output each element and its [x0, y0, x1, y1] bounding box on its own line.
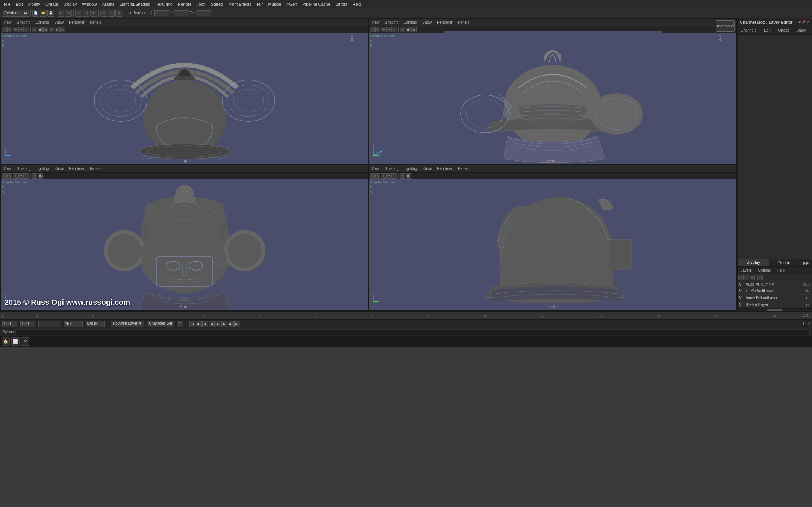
- vp-top-btn-texture[interactable]: ▦: [43, 27, 48, 32]
- menu-paint-effects[interactable]: Paint Effects: [226, 1, 254, 7]
- taskbar-home-btn[interactable]: 🏠: [2, 337, 10, 346]
- menu-xgen[interactable]: XGen: [284, 1, 299, 7]
- lasso-btn[interactable]: ⬡: [83, 10, 89, 17]
- layer-row-0[interactable]: V /russ_vr_dummy Defa: [738, 281, 812, 288]
- vp-top-btn-scale[interactable]: ⤡: [24, 27, 29, 32]
- channel-box-close[interactable]: ✕: [807, 20, 810, 24]
- layers-new-btn[interactable]: +: [738, 275, 744, 280]
- vp-side-btn-wire[interactable]: ⬡: [400, 173, 405, 179]
- layer-row-2[interactable]: V /body DefaultLayer DL: [738, 295, 812, 301]
- vp-persp-shading[interactable]: Shading: [384, 20, 400, 25]
- dr-expand-btn[interactable]: ▶▶: [803, 261, 809, 265]
- vp-top-btn-wireframe[interactable]: ⬡: [32, 27, 37, 32]
- vp-top-btn-smooth[interactable]: ⬤: [38, 27, 43, 32]
- rendering-mode-dropdown[interactable]: Rendering: [2, 10, 29, 17]
- layers-show-btn[interactable]: 👁: [757, 275, 763, 280]
- pb-play-back[interactable]: ◀: [209, 321, 215, 327]
- coord-y-input[interactable]: [174, 10, 189, 16]
- python-input[interactable]: [15, 329, 810, 335]
- pb-step-forward[interactable]: ▶: [221, 321, 227, 327]
- pb-to-start[interactable]: ⏮: [189, 321, 195, 327]
- layers-edit-btn[interactable]: ✏: [750, 275, 755, 280]
- menu-edit[interactable]: Edit: [14, 1, 25, 7]
- timeline-range-bar[interactable]: [38, 321, 61, 327]
- layer-row-3[interactable]: V /DefaultLayer DL: [738, 301, 812, 308]
- vp-top-lighting[interactable]: Lighting: [35, 20, 50, 25]
- redo-btn[interactable]: ↪: [65, 10, 72, 17]
- vp-front-btn-3[interactable]: ✛: [13, 173, 18, 179]
- vp-front-lighting[interactable]: Lighting: [35, 166, 50, 171]
- vp-top-btn-move[interactable]: ✛: [13, 27, 18, 32]
- vp-side-btn-smooth[interactable]: ⬤: [406, 173, 411, 179]
- vp-front-renderer[interactable]: Renderer: [68, 166, 86, 171]
- layers-tab-options[interactable]: Options: [756, 268, 772, 273]
- move-btn[interactable]: ✛: [100, 10, 107, 17]
- tab-display[interactable]: Display: [738, 259, 769, 266]
- vp-front-btn-wire[interactable]: ⬡: [32, 173, 37, 179]
- layers-tab-help[interactable]: Help: [775, 268, 786, 273]
- vp-top-btn-select[interactable]: ↖: [7, 27, 12, 32]
- vp-persp-panels[interactable]: Panels: [457, 20, 471, 25]
- vp-front-shading[interactable]: Shading: [16, 166, 32, 171]
- pb-play-forward[interactable]: ▶: [215, 321, 221, 327]
- rotate-btn[interactable]: ↻: [108, 10, 115, 17]
- coord-x-input[interactable]: [154, 10, 169, 16]
- vp-front-btn-4[interactable]: ↻: [18, 173, 24, 179]
- frame-end-input[interactable]: [20, 321, 35, 327]
- vp-persp-btn-wire[interactable]: ⬡: [400, 27, 405, 32]
- timeline-track[interactable]: 2 2 3 4 5 6 7 8 9 10 11 12 13 14 15 1.00: [0, 312, 812, 319]
- vp-front-show[interactable]: Show: [53, 166, 65, 171]
- vp-top-btn-shadow[interactable]: ◐: [55, 27, 60, 32]
- menu-fur[interactable]: Fur: [255, 1, 265, 7]
- vp-front-view[interactable]: View: [2, 166, 13, 171]
- cb-tab-edit[interactable]: Edit: [762, 27, 772, 33]
- menu-create[interactable]: Create: [43, 1, 60, 7]
- vp-persp-view-cube[interactable]: TOP|FRONT: [716, 20, 735, 32]
- open-scene-btn[interactable]: 📂: [40, 10, 47, 17]
- cb-tab-object[interactable]: Object: [777, 27, 791, 33]
- vp-persp-show[interactable]: Show: [421, 20, 433, 25]
- pb-prev-key[interactable]: ⏭: [196, 321, 202, 327]
- paint-btn[interactable]: ✏: [90, 10, 97, 17]
- menu-stereo[interactable]: Stereo: [209, 1, 225, 7]
- tab-render[interactable]: Render: [769, 259, 801, 266]
- vp-persp-btn-3[interactable]: ✛: [381, 27, 386, 32]
- timeline[interactable]: 2 2 3 4 5 6 7 8 9 10 11 12 13 14 15 1.00: [0, 311, 812, 319]
- menu-muscle[interactable]: Muscle: [266, 1, 283, 7]
- vp-top-btn-lights[interactable]: ☀: [49, 27, 54, 32]
- layers-del-btn[interactable]: -: [744, 275, 749, 280]
- undo-btn[interactable]: ↩: [58, 10, 64, 17]
- current-frame-input[interactable]: [64, 321, 83, 327]
- vp-front-btn-5[interactable]: ⤡: [24, 173, 29, 179]
- menu-texturing[interactable]: Texturing: [153, 1, 175, 7]
- viewport-top[interactable]: View Shading Lighting Show Renderer Pane…: [1, 19, 368, 164]
- vp-persp-btn-5[interactable]: ⤡: [392, 27, 397, 32]
- vp-persp-btn-tex[interactable]: ▦: [411, 27, 417, 32]
- vp-persp-btn-smooth[interactable]: ⬤: [406, 27, 411, 32]
- channel-box-pin[interactable]: 📌: [802, 20, 806, 24]
- pb-to-end[interactable]: ⏮: [234, 321, 240, 327]
- vp-side-show[interactable]: Show: [421, 166, 433, 171]
- vp-side-btn-5[interactable]: ⤡: [392, 173, 397, 179]
- vp-persp-view[interactable]: View: [370, 20, 381, 25]
- vp-side-lighting[interactable]: Lighting: [403, 166, 418, 171]
- taskbar-window-btn[interactable]: ⬜: [11, 337, 20, 346]
- vp-top-renderer[interactable]: Renderer: [68, 20, 86, 25]
- cb-tab-show[interactable]: Show: [795, 27, 807, 33]
- menu-help[interactable]: Help: [350, 1, 364, 7]
- viewport-side[interactable]: View Shading Lighting Show Renderer Pane…: [369, 165, 736, 310]
- save-scene-btn[interactable]: 💾: [47, 10, 54, 17]
- cb-hscroll[interactable]: [738, 308, 812, 311]
- vp-top-btn-rotate[interactable]: ↻: [18, 27, 24, 32]
- time-input[interactable]: [86, 321, 105, 327]
- vp-persp-btn-2[interactable]: ↖: [375, 27, 380, 32]
- vp-persp-lighting[interactable]: Lighting: [403, 20, 418, 25]
- cb-tab-channels[interactable]: Channels: [739, 27, 758, 33]
- menu-window[interactable]: Window: [80, 1, 99, 7]
- vp-side-btn-2[interactable]: ↖: [375, 173, 380, 179]
- character-set-dropdown[interactable]: Character Set: [147, 321, 174, 327]
- vp-front-btn-smooth[interactable]: ⬤: [38, 173, 43, 179]
- character-set-icon[interactable]: ⬡: [177, 321, 183, 327]
- vp-persp-btn-1[interactable]: 🎥: [370, 27, 375, 32]
- vp-persp-renderer[interactable]: Renderer: [436, 20, 454, 25]
